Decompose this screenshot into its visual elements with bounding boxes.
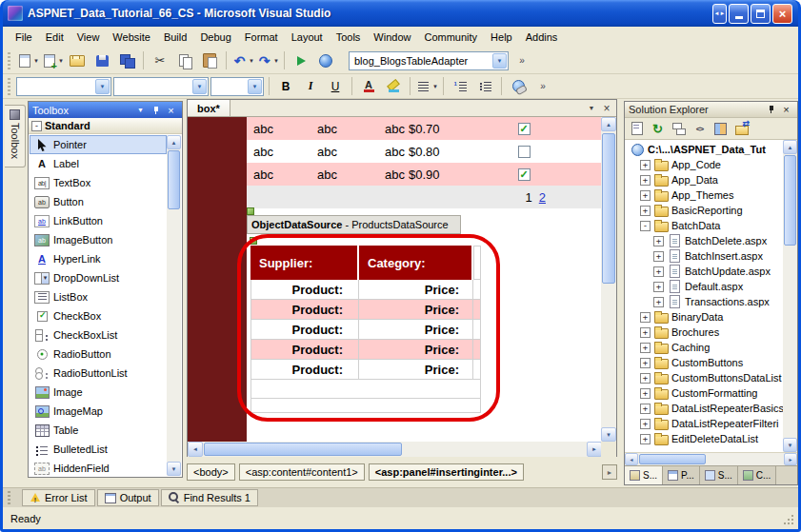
menu-edit[interactable]: Edit bbox=[39, 29, 70, 46]
expand-icon[interactable]: + bbox=[640, 343, 651, 353]
combobox-dropdown-icon[interactable]: ▼ bbox=[248, 79, 262, 94]
bullet-list-button[interactable] bbox=[473, 76, 496, 97]
menu-addins[interactable]: Addins bbox=[519, 29, 565, 46]
scroll-down-icon[interactable]: ▼ bbox=[167, 462, 181, 476]
expand-icon[interactable]: + bbox=[640, 404, 651, 414]
toolbox-item-table[interactable]: Table bbox=[30, 421, 167, 440]
menu-format[interactable]: Format bbox=[238, 29, 285, 46]
preview-button[interactable] bbox=[314, 50, 337, 71]
pager-link[interactable]: 2 bbox=[539, 190, 546, 205]
resize-grip[interactable] bbox=[781, 512, 794, 525]
pane-switch-button[interactable]: ◄► bbox=[712, 4, 727, 24]
tree-item[interactable]: +CustomFormatting bbox=[625, 385, 783, 401]
expand-icon[interactable]: + bbox=[640, 388, 651, 399]
toolbar-options-button[interactable]: » bbox=[511, 50, 533, 71]
toolbox-item-radiobutton[interactable]: RadioButton bbox=[30, 345, 167, 364]
panel-tab-class-view[interactable]: C... bbox=[738, 466, 777, 484]
window-position-icon[interactable]: ▼ bbox=[133, 104, 148, 117]
toolbox-item-imagebutton[interactable]: ImageButton bbox=[30, 230, 167, 249]
scroll-up-icon[interactable]: ▲ bbox=[783, 140, 797, 154]
tree-item[interactable]: +BatchDelete.aspx bbox=[625, 233, 783, 248]
expand-icon[interactable]: + bbox=[640, 190, 651, 201]
menu-window[interactable]: Window bbox=[367, 29, 417, 46]
scroll-right-icon[interactable]: ► bbox=[587, 442, 602, 457]
expand-icon[interactable]: + bbox=[640, 312, 651, 323]
tree-item[interactable]: +Caching bbox=[625, 340, 783, 355]
collapse-icon[interactable]: - bbox=[640, 221, 651, 231]
bottom-tab-error-list[interactable]: Error List bbox=[22, 489, 95, 506]
underline-button[interactable]: U bbox=[324, 76, 347, 97]
target-rule-combobox[interactable]: ▼ bbox=[16, 77, 111, 96]
menu-tools[interactable]: Tools bbox=[330, 29, 368, 46]
expand-icon[interactable]: + bbox=[640, 160, 651, 170]
view-code-button[interactable] bbox=[690, 120, 710, 138]
toolbox-header[interactable]: Toolbox ▼ × bbox=[29, 102, 182, 118]
dock-grip[interactable] bbox=[8, 491, 10, 504]
panel-tab-properties-window[interactable]: P... bbox=[663, 466, 700, 484]
scroll-thumb[interactable] bbox=[639, 454, 706, 464]
tree-item[interactable]: +BatchInsert.aspx bbox=[625, 248, 783, 264]
scroll-right-icon[interactable]: ► bbox=[784, 453, 797, 465]
tree-item[interactable]: +Transactions.aspx bbox=[625, 294, 783, 309]
expand-icon[interactable]: + bbox=[653, 282, 664, 292]
pin-icon[interactable] bbox=[149, 104, 163, 117]
view-designer-button[interactable] bbox=[711, 120, 731, 138]
toolbox-section-standard[interactable]: - Standard bbox=[29, 118, 182, 134]
save-button[interactable] bbox=[90, 50, 113, 71]
collapse-icon[interactable]: - bbox=[31, 121, 42, 131]
tag-nav-item[interactable]: <body> bbox=[187, 463, 235, 481]
toolbox-scrollbar[interactable]: ▲ ▼ bbox=[167, 135, 181, 476]
expand-icon[interactable]: + bbox=[640, 175, 651, 186]
open-file-button[interactable] bbox=[66, 50, 89, 71]
toolbox-item-bulletedlist[interactable]: BulletedList bbox=[30, 440, 167, 459]
minimize-button[interactable] bbox=[729, 4, 749, 24]
scroll-up-icon[interactable]: ▲ bbox=[601, 117, 616, 131]
menu-debug[interactable]: Debug bbox=[193, 29, 237, 46]
font-name-combobox[interactable]: ▼ bbox=[113, 77, 209, 96]
bold-button[interactable]: B bbox=[274, 76, 297, 97]
tag-nav-item[interactable]: <asp:panel#insertinginter...> bbox=[369, 463, 524, 481]
design-horizontal-scrollbar[interactable]: ◄ ► bbox=[188, 442, 602, 457]
toolbox-item-checkboxlist[interactable]: CheckBoxList bbox=[30, 325, 167, 345]
tree-item[interactable]: -BatchData bbox=[625, 218, 783, 233]
highlight-button[interactable] bbox=[382, 76, 405, 97]
refresh-button[interactable] bbox=[648, 120, 668, 138]
close-icon[interactable]: × bbox=[164, 104, 178, 117]
add-item-button[interactable]: ▼ bbox=[41, 50, 64, 71]
bottom-tab-find-results[interactable]: Find Results 1 bbox=[161, 489, 258, 506]
bottom-tab-output[interactable]: Output bbox=[97, 489, 159, 506]
align-button[interactable]: ▼ bbox=[415, 76, 438, 97]
tag-nav-overflow-button[interactable]: ► bbox=[602, 464, 617, 480]
tree-item[interactable]: +DataListRepeaterFilteri bbox=[625, 416, 783, 431]
expand-icon[interactable]: + bbox=[653, 236, 664, 246]
scroll-thumb[interactable] bbox=[784, 155, 796, 246]
combobox-dropdown-icon[interactable]: ▼ bbox=[192, 79, 207, 94]
italic-button[interactable]: I bbox=[299, 76, 322, 97]
expand-icon[interactable]: + bbox=[653, 297, 664, 307]
scroll-thumb[interactable] bbox=[602, 133, 615, 284]
document-tab[interactable]: box* bbox=[188, 100, 230, 116]
formatting-options-button[interactable]: » bbox=[531, 76, 554, 97]
toolbox-item-textbox[interactable]: TextBox bbox=[30, 173, 167, 192]
toolbox-collapsed-tab[interactable]: Toolbox bbox=[5, 105, 26, 167]
close-icon[interactable]: × bbox=[779, 103, 793, 116]
toolbox-item-listbox[interactable]: ListBox bbox=[30, 287, 167, 306]
expand-icon[interactable]: + bbox=[640, 206, 651, 216]
scroll-thumb[interactable] bbox=[168, 150, 180, 209]
tree-item[interactable]: +App_Themes bbox=[625, 187, 783, 203]
start-debug-button[interactable] bbox=[290, 50, 312, 71]
tree-item[interactable]: +App_Data bbox=[625, 172, 783, 187]
properties-button[interactable] bbox=[627, 120, 647, 138]
scroll-down-icon[interactable]: ▼ bbox=[783, 438, 797, 452]
menu-website[interactable]: Website bbox=[106, 29, 157, 46]
expand-icon[interactable]: + bbox=[640, 327, 651, 338]
tree-item[interactable]: +Default.aspx bbox=[625, 279, 783, 294]
font-size-combobox[interactable]: ▼ bbox=[210, 77, 264, 96]
save-all-button[interactable] bbox=[115, 50, 138, 71]
panel-tab-server-explorer[interactable]: S... bbox=[700, 466, 738, 484]
menu-build[interactable]: Build bbox=[157, 29, 193, 46]
toolbox-item-dropdownlist[interactable]: DropDownList bbox=[30, 268, 167, 287]
row-checkbox-checked[interactable]: ✓ bbox=[518, 123, 531, 135]
objectdatasource-control[interactable]: ObjectDataSource - ProductsDataSource bbox=[247, 215, 461, 234]
numbered-list-button[interactable] bbox=[449, 76, 471, 97]
